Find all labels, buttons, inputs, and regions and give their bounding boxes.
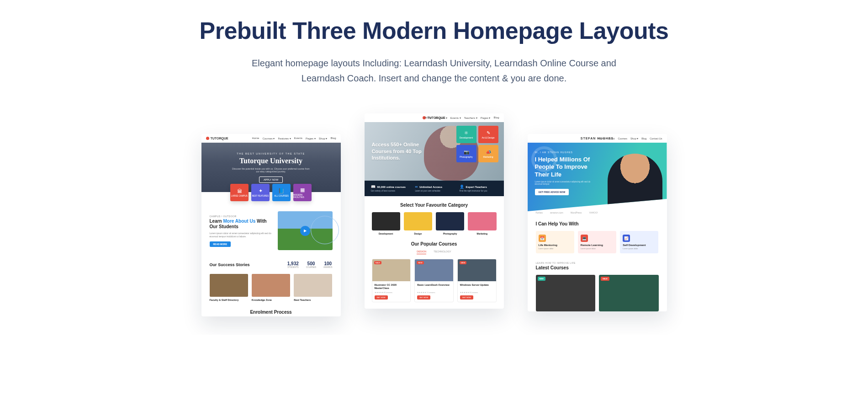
layout-card-university[interactable]: TUTORQUE HomeCourses ▾Features ▾EventsPa… bbox=[201, 134, 341, 316]
nav-item[interactable]: Courses ▾ bbox=[262, 137, 275, 140]
feature-tile[interactable]: 📘ALL COURSES bbox=[272, 184, 291, 201]
nav-item[interactable]: About bbox=[608, 137, 614, 140]
band-item: ∞Unlimited AccessLearn at your own sched… bbox=[415, 185, 453, 192]
course-card[interactable]: NEW Windows Server Update ★★★★★ 6 Lesson… bbox=[457, 259, 497, 302]
nav-item[interactable]: amazon.com bbox=[550, 211, 563, 214]
nav-item[interactable]: Home bbox=[252, 137, 259, 140]
categories-section: Select Your Favourite Category Developme… bbox=[365, 196, 504, 241]
category-card[interactable]: Marketing bbox=[468, 212, 496, 235]
enroll-button[interactable]: GET NOW bbox=[460, 295, 473, 300]
person-photo bbox=[210, 274, 248, 297]
enroll-button[interactable]: GET NOW bbox=[417, 295, 430, 300]
category-card[interactable]: Development bbox=[372, 212, 400, 235]
about-section: CAMPUS / OUTDOOR Learn More About Us Wit… bbox=[201, 201, 341, 257]
category-quad[interactable]: 📣Marketing bbox=[478, 145, 498, 162]
person-card[interactable]: Best Teachers bbox=[294, 274, 332, 301]
category-quad[interactable]: ⚛Development bbox=[456, 126, 476, 143]
nav-item[interactable]: Shop ▾ bbox=[319, 137, 328, 140]
category-label: Development bbox=[372, 232, 400, 235]
category-image bbox=[436, 212, 464, 230]
enrolment-title: Enrolment Process bbox=[201, 303, 341, 316]
tile-icon: 🏛 bbox=[237, 188, 242, 194]
category-quad[interactable]: ✎Art & Design bbox=[478, 126, 498, 143]
play-icon[interactable]: ▶ bbox=[300, 226, 310, 236]
tile-label: MODERN FACILITIES bbox=[293, 194, 312, 198]
person-caption: Faculty & Staff Directory bbox=[210, 299, 248, 301]
feature-tile[interactable]: ✦BEST FEATURES bbox=[251, 184, 270, 201]
stats-row: 1,932STUDENTS500COURSES100AWARDS bbox=[287, 261, 333, 268]
nav-item[interactable]: Courses bbox=[618, 137, 627, 140]
nav-item[interactable]: Contact Us bbox=[650, 137, 662, 140]
nav-item[interactable]: Courses ▾ bbox=[435, 116, 447, 119]
course-card[interactable]: SALE Illustrator CC 2020 MasterClass ★★★… bbox=[372, 259, 411, 302]
nav-item[interactable]: Blog bbox=[641, 137, 646, 140]
help-card-desc: Lorem ipsum dolor bbox=[539, 247, 572, 250]
nav-item[interactable]: Home bbox=[424, 116, 432, 119]
quad-icon: ⚛ bbox=[464, 130, 468, 135]
nav-item[interactable]: YAHOO! bbox=[589, 211, 598, 214]
category-quad[interactable]: 📷Photography bbox=[456, 145, 476, 162]
tabs[interactable]: DESIGNTECHNOLOGY bbox=[372, 250, 497, 254]
person-card[interactable]: Faculty & Staff Directory bbox=[210, 274, 248, 301]
nav-item[interactable]: Pages ▾ bbox=[481, 116, 491, 119]
person-photo bbox=[252, 274, 290, 297]
category-quads: ⚛Development✎Art & Design📷Photography📣Ma… bbox=[456, 126, 498, 162]
latest-badge: SALE bbox=[601, 277, 609, 281]
quad-label: Development bbox=[460, 136, 473, 139]
nav-item[interactable]: Teachers ▾ bbox=[464, 116, 477, 119]
layout-card-courses[interactable]: TUTORQUE HomeCourses ▾Events ▾Teachers ▾… bbox=[365, 113, 504, 309]
success-stories: Our Success Stories 1,932STUDENTS500COUR… bbox=[201, 257, 341, 303]
course-title: Basic LearnDash Overview bbox=[417, 284, 451, 290]
help-card-title: Remote Learning bbox=[581, 244, 614, 246]
advice-button[interactable]: GET FREE ADVICE NOW bbox=[535, 189, 569, 195]
band-item: 📖60,000 online coursesGet variety of bes… bbox=[371, 185, 409, 192]
band-icon: 👤 bbox=[460, 185, 464, 189]
nav-item[interactable]: Blog bbox=[330, 137, 336, 140]
nav-item[interactable]: Events bbox=[294, 137, 302, 140]
enroll-button[interactable]: GET NOW bbox=[375, 295, 388, 300]
coach-photo bbox=[608, 154, 662, 213]
nav-item[interactable]: WordPress bbox=[571, 211, 582, 214]
help-card-title: Life Mentoring bbox=[539, 244, 572, 246]
topbar: TUTORQUE HomeCourses ▾Events ▾Teachers ▾… bbox=[365, 113, 504, 122]
quad-label: Photography bbox=[460, 155, 472, 158]
latest-eyebrow: LEARN HOW TO IMPROVE LIFE bbox=[536, 262, 659, 264]
people-row: Faculty & Staff DirectoryKnowledge ZoneB… bbox=[210, 274, 333, 301]
nav-item[interactable]: Blog bbox=[493, 116, 499, 119]
nav-item[interactable]: Features ▾ bbox=[278, 137, 291, 140]
quad-label: Marketing bbox=[483, 155, 493, 158]
hero-tagline: Discover the potential inside you with u… bbox=[232, 167, 310, 173]
category-card[interactable]: Design bbox=[404, 212, 432, 235]
tab[interactable]: DESIGN bbox=[417, 250, 426, 254]
person-card[interactable]: Knowledge Zone bbox=[252, 274, 290, 301]
help-card[interactable]: 💻 Remote Learning Lorem ipsum dolor bbox=[578, 231, 616, 253]
help-card[interactable]: 📅 Life Mentoring Lorem ipsum dolor bbox=[536, 231, 574, 253]
category-label: Photography bbox=[436, 232, 464, 235]
layout-card-coach[interactable]: STEFAN HUGHES HomeAboutCoursesShop ▾Blog… bbox=[528, 134, 667, 311]
tab[interactable]: TECHNOLOGY bbox=[434, 250, 451, 254]
info-band: 📖60,000 online coursesGet variety of bes… bbox=[365, 181, 504, 196]
stat: 100AWARDS bbox=[323, 261, 332, 268]
categories-title: Select Your Favourite Category bbox=[372, 203, 497, 208]
apply-button[interactable]: APPLY NOW bbox=[259, 177, 283, 183]
layout-cards-row: TUTORQUE HomeCourses ▾Features ▾EventsPa… bbox=[160, 113, 708, 316]
nav-item[interactable]: Home bbox=[598, 137, 605, 140]
hero-title: Tutorque University bbox=[239, 157, 302, 165]
feature-tile[interactable]: 🏛LARGE CAMPUS bbox=[230, 184, 249, 201]
nav-item[interactable]: Events ▾ bbox=[450, 116, 461, 119]
nav-item[interactable]: Shop ▾ bbox=[630, 137, 638, 140]
read-more-button[interactable]: READ MORE bbox=[210, 241, 231, 247]
latest-card[interactable]: NEW bbox=[536, 275, 596, 311]
quad-icon: ✎ bbox=[487, 130, 490, 135]
tile-label: BEST FEATURES bbox=[252, 195, 269, 197]
help-card[interactable]: 📈 Self Development Lorem ipsum dolor bbox=[620, 231, 658, 253]
category-label: Design bbox=[404, 232, 432, 235]
latest-badge: NEW bbox=[538, 277, 545, 281]
course-card[interactable]: NEW Basic LearnDash Overview ★★★★★ 5 Les… bbox=[414, 259, 454, 302]
nav-item[interactable]: Pages ▾ bbox=[306, 137, 316, 140]
nav-item[interactable]: Forbes bbox=[536, 211, 543, 214]
category-card[interactable]: Photography bbox=[436, 212, 464, 235]
stat: 500COURSES bbox=[306, 261, 316, 268]
feature-tile[interactable]: ▦MODERN FACILITIES bbox=[293, 184, 312, 201]
latest-card[interactable]: SALE bbox=[599, 275, 659, 311]
